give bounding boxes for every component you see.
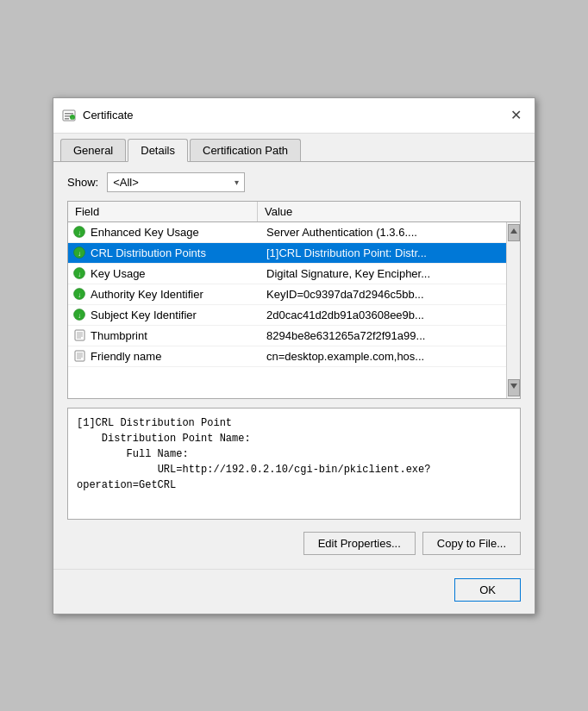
row-field-text: Thumbprint bbox=[87, 326, 260, 346]
row-value-text: [1]CRL Distribution Point: Distr... bbox=[260, 243, 506, 263]
svg-rect-24 bbox=[77, 357, 83, 358]
row-field-text: Subject Key Identifier bbox=[87, 305, 260, 325]
tab-content: Show: <All> ▾ Field Value bbox=[53, 162, 535, 569]
ok-row: OK bbox=[53, 569, 535, 614]
svg-text:↓: ↓ bbox=[72, 115, 74, 121]
svg-text:↓: ↓ bbox=[78, 271, 81, 278]
svg-rect-18 bbox=[77, 334, 83, 335]
table-scroll-area: ↓ Enhanced Key Usage Server Authenticati… bbox=[68, 222, 520, 398]
table-row[interactable]: ↓ Key Usage Digital Signature, Key Encip… bbox=[68, 264, 506, 284]
table-header: Field Value bbox=[68, 202, 520, 222]
row-field-text: CRL Distribution Points bbox=[87, 243, 260, 263]
detail-text-box: [1]CRL Distribution Point Distribution P… bbox=[67, 408, 521, 520]
svg-rect-2 bbox=[65, 115, 71, 117]
scroll-down-button[interactable] bbox=[508, 379, 520, 396]
tab-certification-path[interactable]: Certification Path bbox=[190, 139, 301, 161]
svg-rect-20 bbox=[77, 338, 81, 339]
row-field-text: Enhanced Key Usage bbox=[87, 222, 260, 242]
dialog-title: Certificate bbox=[83, 109, 505, 122]
svg-text:↓: ↓ bbox=[78, 229, 81, 237]
show-dropdown[interactable]: <All> ▾ bbox=[107, 172, 245, 192]
table-row[interactable]: Friendly name cn=desktop.example.com,hos… bbox=[68, 346, 506, 367]
show-label: Show: bbox=[67, 176, 98, 189]
row-field-text: Key Usage bbox=[87, 264, 260, 284]
svg-marker-27 bbox=[510, 384, 517, 389]
details-table: Field Value ↓ Enhanced Key Usage bbox=[67, 201, 521, 399]
row-value-text: 8294be8e631265a72f2f91a99... bbox=[260, 326, 506, 346]
svg-rect-19 bbox=[77, 336, 83, 337]
table-scrollbar[interactable] bbox=[506, 222, 520, 398]
svg-text:↓: ↓ bbox=[78, 291, 81, 299]
svg-rect-23 bbox=[77, 355, 83, 356]
row-value-text: KeyID=0c9397da7d2946c5bb... bbox=[260, 284, 506, 304]
tab-general[interactable]: General bbox=[60, 139, 126, 161]
row-field-text: Authority Key Identifier bbox=[87, 284, 260, 304]
row-value-text: Server Authentication (1.3.6.... bbox=[260, 222, 506, 242]
svg-text:↓: ↓ bbox=[78, 250, 81, 258]
table-row[interactable]: ↓ Authority Key Identifier KeyID=0c9397d… bbox=[68, 284, 506, 305]
row-value-text: Digital Signature, Key Encipher... bbox=[260, 264, 506, 284]
show-dropdown-value: <All> bbox=[113, 176, 139, 189]
table-body: ↓ Enhanced Key Usage Server Authenticati… bbox=[68, 222, 506, 398]
key-usage-icon: ↓ bbox=[72, 224, 87, 240]
svg-marker-26 bbox=[510, 228, 517, 234]
svg-rect-25 bbox=[77, 359, 81, 359]
row-value-text: 2d0cac41d2db91a03608ee9b... bbox=[260, 305, 506, 325]
column-value-header: Value bbox=[258, 202, 520, 221]
close-button[interactable]: ✕ bbox=[505, 105, 526, 126]
svg-rect-21 bbox=[75, 351, 84, 361]
chevron-down-icon: ▾ bbox=[235, 178, 239, 187]
svg-rect-16 bbox=[75, 330, 84, 340]
show-filter-row: Show: <All> ▾ bbox=[67, 172, 521, 192]
row-value-text: cn=desktop.example.com,hos... bbox=[260, 346, 506, 366]
svg-rect-22 bbox=[77, 353, 83, 354]
svg-rect-3 bbox=[65, 118, 69, 120]
table-row[interactable]: Thumbprint 8294be8e631265a72f2f91a99... bbox=[68, 326, 506, 346]
authority-key-icon: ↓ bbox=[72, 286, 87, 302]
table-row[interactable]: ↓ Enhanced Key Usage Server Authenticati… bbox=[68, 222, 506, 243]
scroll-up-button[interactable] bbox=[508, 224, 520, 241]
table-row[interactable]: ↓ CRL Distribution Points [1]CRL Distrib… bbox=[68, 243, 506, 264]
svg-text:↓: ↓ bbox=[78, 312, 81, 320]
action-buttons: Edit Properties... Copy to File... bbox=[67, 532, 521, 555]
thumbprint-icon bbox=[72, 327, 87, 343]
friendly-name-icon bbox=[72, 348, 87, 364]
title-bar: ↓ Certificate ✕ bbox=[53, 98, 535, 134]
row-field-text: Friendly name bbox=[87, 346, 260, 366]
tabs-container: General Details Certification Path bbox=[53, 134, 535, 162]
svg-rect-17 bbox=[77, 333, 83, 334]
certificate-dialog: ↓ Certificate ✕ General Details Certific… bbox=[53, 97, 535, 614]
ok-button[interactable]: OK bbox=[454, 578, 521, 602]
copy-to-file-button[interactable]: Copy to File... bbox=[422, 532, 521, 555]
table-row[interactable]: ↓ Subject Key Identifier 2d0cac41d2db91a… bbox=[68, 305, 506, 326]
tab-details[interactable]: Details bbox=[128, 139, 188, 162]
crl-icon: ↓ bbox=[72, 245, 87, 260]
svg-rect-1 bbox=[65, 113, 73, 115]
subject-key-icon: ↓ bbox=[72, 307, 87, 322]
edit-properties-button[interactable]: Edit Properties... bbox=[303, 532, 416, 555]
dialog-icon: ↓ bbox=[62, 109, 76, 122]
column-field-header: Field bbox=[68, 202, 258, 221]
key-usage-icon: ↓ bbox=[72, 265, 87, 281]
